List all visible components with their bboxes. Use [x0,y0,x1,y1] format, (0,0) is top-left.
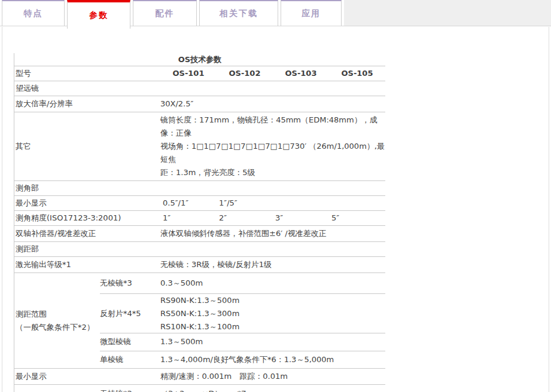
value-text: 液体双轴倾斜传感器，补偿范围±6′ /视准差改正 [160,227,385,240]
section-label: 测距部 [14,242,385,256]
content-panel: OS技术参数型号OS-101OS-102OS-103OS-105望远镜放大倍率/… [2,27,549,392]
subrow-value: RS90N-K:1.3～500mRS50N-K:1.3～300mRS10N-K:… [160,294,385,333]
group-subrow: 单棱镜1.3～4,000m/良好气象条件下*6：1.3～5,000m [100,351,385,369]
group-subrows: 无棱镜*3（3+2ppm×D）mm*7反射片*4（3+2ppm×D）mm棱镜（2… [100,385,385,392]
column-value: 5″ [329,211,385,225]
tab-features[interactable]: 特点 [2,0,65,26]
section-label: 望远镜 [14,81,385,96]
tab-label: 特点 [24,8,43,19]
group-label: 测距精度*2（ISO17123-4:2001） [14,385,100,392]
value-text: RS50N-K:1.3～300m [160,307,385,320]
subrow-label: 单棱镜 [100,351,160,369]
subrow-value: 1.3～500m [160,333,385,351]
group-subrow: 反射片*4*5RS90N-K:1.3～500mRS50N-K:1.3～300mR… [100,293,385,333]
table-title-row: OS技术参数 [14,53,385,66]
subrow-value: 0.3～500m [160,273,385,293]
group-label-line: 测距范围 [16,308,98,321]
table-row: 其它镜筒长度：171mm，物镜孔径：45mm（EDM:48mm），成像：正像视场… [14,112,385,181]
row-label: 双轴补偿器/视准差改正 [14,226,160,241]
table-row: 测角精度(ISO17123-3:2001)1″2″3″5″ [14,211,385,226]
section-label: 测角部 [14,181,385,195]
table-group-row: 测距范围（一般气象条件下*2）无棱镜*30.3～500m反射片*4*5RS90N… [14,273,385,369]
group-subrow: 无棱镜*30.3～500m [100,273,385,293]
tab-label: 配件 [156,8,175,19]
column-value: OS-101 [160,66,217,81]
value-text: RS90N-K:1.3～500m [160,294,385,307]
value-text: 1.3～500m [160,335,385,348]
group-subrow: 无棱镜*3（3+2ppm×D）mm*7 [100,385,385,392]
row-label: 测角精度(ISO17123-3:2001) [14,211,160,225]
value-text: 30X/2.5″ [160,97,385,111]
group-label-line: （一般气象条件下*2） [16,321,98,334]
column-value: 0.5″/1″ [160,196,217,210]
page: 特点 参数 配件 相关下载 应用 OS技术参数型号OS-101OS-102OS-… [0,0,551,392]
tab-label: 相关下载 [220,8,258,19]
group-subrow: 微型棱镜1.3～500m [100,333,385,351]
value-text: 无棱镜：3R级，棱镜/反射片1级 [160,258,385,271]
subrow-label: 无棱镜*3 [100,273,160,293]
tab-bar-filler [344,0,551,26]
subrow-label: 微型棱镜 [100,333,160,351]
column-value: OS-103 [273,66,329,81]
row-value: 精测/速测：0.001m 跟踪：0.01m [160,369,385,384]
subrow-label: 无棱镜*3 [100,385,160,392]
group-subrows: 无棱镜*30.3～500m反射片*4*5RS90N-K:1.3～500mRS50… [100,273,385,368]
value-text: 精测/速测：0.001m 跟踪：0.01m [160,370,385,383]
column-value: 3″ [273,211,329,225]
column-value: OS-105 [329,66,385,81]
tab-label: 应用 [302,8,321,19]
row-label: 激光输出等级*1 [14,257,160,272]
spec-table: OS技术参数型号OS-101OS-102OS-103OS-105望远镜放大倍率/… [14,53,385,392]
tab-label: 参数 [89,10,108,21]
value-text: RS10N-K:1.3～100m [160,320,385,333]
column-value: OS-102 [217,66,273,81]
tab-downloads[interactable]: 相关下载 [199,0,278,26]
row-label: 其它 [14,112,160,180]
value-text: 镜筒长度：171mm，物镜孔径：45mm（EDM:48mm），成像：正像 [160,114,385,140]
value-text: 距：1.3m，背光亮度：5级 [160,166,385,179]
table-row: 激光输出等级*1无棱镜：3R级，棱镜/反射片1级 [14,257,385,273]
group-label: 测距范围（一般气象条件下*2） [14,273,100,368]
table-group-row: 测距精度*2（ISO17123-4:2001）无棱镜*3（3+2ppm×D）mm… [14,385,385,392]
table-row: 双轴补偿器/视准差改正液体双轴倾斜传感器，补偿范围±6′ /视准差改正 [14,226,385,242]
subrow-label: 反射片*4*5 [100,294,160,333]
tab-accessories[interactable]: 配件 [133,0,197,26]
row-value: 无棱镜：3R级，棱镜/反射片1级 [160,257,385,272]
table-row: 型号OS-101OS-102OS-103OS-105 [14,66,385,81]
column-value: 1″ [160,211,217,225]
tab-applications[interactable]: 应用 [281,0,342,26]
row-label: 最小显示 [14,369,160,384]
value-text: 0.3～500m [160,277,385,290]
value-text: （3+2ppm×D）mm*7 [160,387,385,392]
column-value: 1″/5″ [217,196,273,210]
table-section-row: 测距部 [14,242,385,257]
spec-table-body: OS技术参数型号OS-101OS-102OS-103OS-105望远镜放大倍率/… [14,53,385,392]
subrow-value: （3+2ppm×D）mm*7 [160,385,385,392]
column-value [329,196,385,210]
row-value: 30X/2.5″ [160,96,385,112]
value-text: 视场角：1□1□7□1□7□1□7□1□730′ （26m/1,000m）,最短… [160,140,385,166]
row-label: 型号 [14,66,160,81]
table-section-row: 望远镜 [14,81,385,96]
value-text: 1.3～4,000m/良好气象条件下*6：1.3～5,000m [160,353,385,366]
tab-parameters[interactable]: 参数 [67,0,130,29]
table-row: 最小显示精测/速测：0.001m 跟踪：0.01m [14,369,385,385]
table-section-row: 测角部 [14,181,385,196]
row-value: 液体双轴倾斜传感器，补偿范围±6′ /视准差改正 [160,226,385,241]
row-label: 放大倍率/分辨率 [14,96,160,112]
table-row: 最小显示0.5″/1″1″/5″ [14,196,385,211]
row-value: 镜筒长度：171mm，物镜孔径：45mm（EDM:48mm），成像：正像视场角：… [160,112,385,180]
subrow-value: 1.3～4,000m/良好气象条件下*6：1.3～5,000m [160,351,385,369]
row-label: 最小显示 [14,196,160,210]
column-value [273,196,329,210]
column-value: 2″ [217,211,273,225]
table-row: 放大倍率/分辨率30X/2.5″ [14,96,385,112]
tab-bar: 特点 参数 配件 相关下载 应用 [0,0,551,26]
table-title: OS技术参数 [178,54,221,65]
